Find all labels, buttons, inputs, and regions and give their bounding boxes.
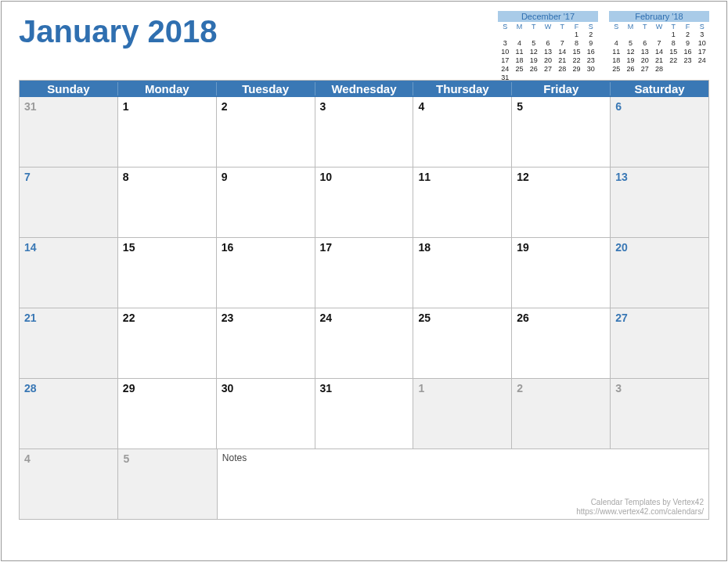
calendar-grid: 3112345678910111213141516171819202122232… (19, 97, 709, 449)
day-number: 5 (517, 100, 523, 113)
mini-day-cell: 8 (569, 39, 583, 48)
calendar-week-row: 78910111213 (20, 168, 709, 238)
day-number: 1 (123, 100, 129, 113)
calendar-day-cell: 2 (217, 97, 315, 168)
day-number: 31 (24, 100, 37, 113)
day-number: 12 (517, 171, 529, 183)
calendar-day-cell: 25 (413, 308, 512, 379)
mini-title-prev: December '17 (498, 11, 598, 22)
calendar-week-row: 14151617181920 (20, 238, 709, 308)
mini-day-cell (623, 31, 637, 39)
mini-dow-cell: S (695, 22, 709, 31)
calendar-day-cell: 3 (611, 379, 709, 449)
mini-day-cell: 1 (666, 31, 680, 39)
calendar-day-cell: 26 (512, 308, 611, 379)
day-number: 26 (517, 312, 529, 324)
mini-day-cell: 12 (623, 48, 637, 56)
calendar-day-cell: 2 (512, 379, 611, 449)
day-of-week-header: SundayMondayTuesdayWednesdayThursdayFrid… (19, 80, 709, 97)
mini-day-cell: 28 (555, 65, 569, 74)
mini-day-cell: 22 (666, 56, 680, 65)
mini-day-cell (555, 31, 569, 39)
mini-day-cell (666, 74, 680, 82)
mini-day-cell (527, 31, 541, 39)
mini-day-cell: 13 (638, 48, 652, 56)
mini-dow-cell: T (638, 22, 652, 31)
day-number: 27 (615, 312, 628, 324)
mini-dow-cell: T (666, 22, 680, 31)
day-number: 7 (24, 171, 31, 183)
mini-day-cell: 5 (527, 39, 541, 48)
day-number: 5 (123, 452, 129, 465)
mini-dow-cell: W (652, 22, 666, 31)
mini-dow-cell: F (680, 22, 694, 31)
calendar-day-cell: 16 (217, 238, 315, 308)
mini-day-cell: 18 (609, 56, 623, 65)
mini-day-cell: 16 (680, 48, 694, 56)
mini-dow-cell: W (541, 22, 555, 31)
mini-dow-row: SMTWTFS (609, 22, 709, 31)
mini-day-cell (680, 74, 694, 82)
day-number: 8 (123, 171, 129, 183)
day-number: 1 (418, 382, 424, 394)
mini-day-cell: 11 (512, 48, 526, 56)
day-number: 25 (418, 312, 431, 324)
mini-day-cell: 27 (541, 65, 555, 74)
day-number: 24 (320, 312, 333, 324)
mini-day-cell (527, 74, 541, 82)
calendar-day-cell: 8 (118, 168, 217, 238)
calendar-day-cell: 4 (20, 449, 118, 520)
mini-day-cell: 14 (652, 48, 666, 56)
mini-day-cell (512, 31, 526, 39)
mini-day-cell: 23 (680, 56, 694, 65)
mini-day-cell: 2 (680, 31, 694, 39)
mini-day-cell: 21 (652, 56, 666, 65)
day-number: 10 (320, 171, 333, 183)
calendar-day-cell: 3 (315, 97, 414, 168)
mini-day-cell (569, 74, 583, 82)
calendar-day-cell: 19 (512, 238, 611, 308)
mini-day-cell: 20 (638, 56, 652, 65)
dow-header-cell: Saturday (610, 82, 708, 95)
mini-day-cell (652, 31, 666, 39)
page-title: January 2018 (19, 14, 218, 49)
mini-day-cell: 26 (623, 65, 637, 74)
mini-day-cell (555, 74, 569, 82)
calendar-week-row: 31123456 (20, 97, 709, 168)
day-number: 2 (222, 100, 228, 113)
mini-grid-next: 1234567891011121314151617181920212223242… (609, 31, 709, 82)
mini-day-cell (584, 74, 598, 82)
calendar-day-cell: 11 (413, 168, 512, 238)
mini-day-cell (638, 31, 652, 39)
mini-dow-cell: F (569, 22, 583, 31)
calendar-day-cell: 9 (217, 168, 315, 238)
mini-day-cell (541, 74, 555, 82)
mini-day-cell: 16 (584, 48, 598, 56)
day-number: 13 (615, 171, 628, 183)
day-number: 4 (418, 100, 424, 113)
mini-day-cell: 13 (541, 48, 555, 56)
calendar-day-cell: 5 (118, 449, 217, 520)
day-number: 3 (615, 382, 622, 394)
calendar-day-cell: 22 (118, 308, 217, 379)
mini-day-cell: 7 (555, 39, 569, 48)
mini-dow-cell: M (623, 22, 637, 31)
mini-day-cell: 10 (695, 39, 709, 48)
mini-day-cell: 12 (527, 48, 541, 56)
mini-day-cell: 4 (512, 39, 526, 48)
mini-calendar-next: February '18 SMTWTFS 1234567891011121314… (609, 11, 709, 82)
mini-title-next: February '18 (609, 11, 709, 22)
mini-day-cell: 5 (623, 39, 637, 48)
mini-day-cell: 29 (569, 65, 583, 74)
day-number: 4 (24, 452, 31, 465)
mini-day-cell (652, 74, 666, 82)
notes-area: NotesCalendar Templates by Vertex42https… (218, 449, 709, 520)
mini-day-cell: 8 (666, 39, 680, 48)
calendar-day-cell: 24 (315, 308, 414, 379)
calendar-day-cell: 17 (315, 238, 414, 308)
day-number: 2 (517, 382, 523, 394)
calendar-day-cell: 14 (20, 238, 118, 308)
mini-day-cell: 9 (680, 39, 694, 48)
mini-day-cell: 18 (512, 56, 526, 65)
mini-day-cell: 22 (569, 56, 583, 65)
